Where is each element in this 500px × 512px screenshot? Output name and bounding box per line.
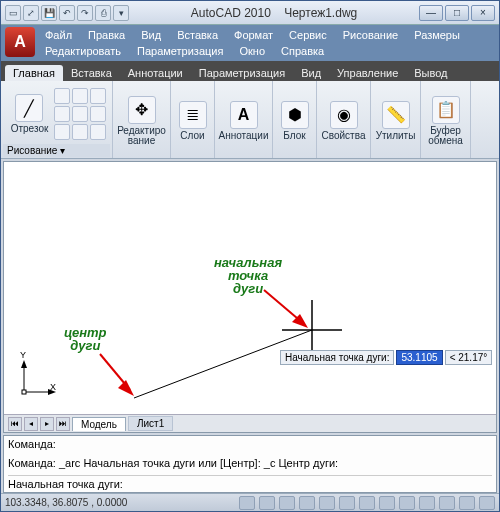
menu-modify[interactable]: Редактировать bbox=[37, 43, 129, 59]
close-button[interactable]: × bbox=[471, 5, 495, 21]
drawing-area[interactable]: X Y начальная точка дуги центр дуги Нача… bbox=[3, 161, 497, 433]
dyn-distance-input[interactable]: 53.1105 bbox=[396, 350, 442, 365]
props-button[interactable]: ◉Свойства bbox=[318, 99, 370, 143]
move-icon: ✥ bbox=[128, 96, 156, 124]
cmd-line-1: Команда: bbox=[8, 438, 492, 450]
ortho-toggle[interactable] bbox=[279, 496, 295, 510]
menu-edit[interactable]: Правка bbox=[80, 27, 133, 43]
panel-draw: ╱ Отрезок Рисование ▾ bbox=[1, 81, 113, 158]
tab-insert[interactable]: Вставка bbox=[63, 65, 120, 81]
svg-marker-4 bbox=[21, 360, 27, 368]
dyn-toggle[interactable] bbox=[359, 496, 375, 510]
tab-annot[interactable]: Аннотации bbox=[120, 65, 191, 81]
line-button[interactable]: ╱ Отрезок bbox=[7, 92, 53, 136]
panel-layers: ≣Слои bbox=[171, 81, 215, 158]
status-more3[interactable] bbox=[459, 496, 475, 510]
layers-button[interactable]: ≣Слои bbox=[175, 99, 211, 143]
dyn-label: Начальная точка дуги: bbox=[280, 350, 394, 365]
menu-insert[interactable]: Вставка bbox=[169, 27, 226, 43]
menu-format[interactable]: Формат bbox=[226, 27, 281, 43]
redo-icon[interactable]: ↷ bbox=[77, 5, 93, 21]
ucs-icon: X Y bbox=[18, 358, 58, 400]
qat-more-icon[interactable]: ▾ bbox=[113, 5, 129, 21]
tab-nav-first[interactable]: ⏮ bbox=[8, 417, 22, 431]
block-button[interactable]: ⬢Блок bbox=[277, 99, 313, 143]
quick-access-toolbar: ▭ ⤢ 💾 ↶ ↷ ⎙ ▾ bbox=[5, 5, 129, 21]
menu-file[interactable]: Файл bbox=[37, 27, 80, 43]
measure-icon: 📏 bbox=[382, 101, 410, 129]
tab-output[interactable]: Вывод bbox=[406, 65, 455, 81]
tab-view[interactable]: Вид bbox=[293, 65, 329, 81]
tab-manage[interactable]: Управление bbox=[329, 65, 406, 81]
menu-window[interactable]: Окно bbox=[231, 43, 273, 59]
panel-clip: 📋Буфер обмена bbox=[421, 81, 471, 158]
clipboard-icon: 📋 bbox=[432, 96, 460, 124]
save-icon[interactable]: 💾 bbox=[41, 5, 57, 21]
dyn-angle: < 21.17° bbox=[445, 350, 493, 365]
clip-button[interactable]: 📋Буфер обмена bbox=[424, 94, 467, 148]
modify-button[interactable]: ✥Редактиро вание bbox=[113, 94, 170, 148]
sheet-tab[interactable]: Лист1 bbox=[128, 416, 173, 431]
app-logo[interactable]: A bbox=[5, 27, 35, 57]
block-icon: ⬢ bbox=[281, 101, 309, 129]
panel-props: ◉Свойства bbox=[317, 81, 371, 158]
arrow-center bbox=[100, 354, 150, 404]
ribbon-tabs: Главная Вставка Аннотации Параметризация… bbox=[1, 61, 499, 81]
new-icon[interactable]: ▭ bbox=[5, 5, 21, 21]
model-toggle[interactable] bbox=[399, 496, 415, 510]
window-title: AutoCAD 2010 Чертеж1.dwg bbox=[129, 6, 419, 20]
cmd-prompt[interactable]: Начальная точка дуги: bbox=[8, 475, 492, 490]
tab-home[interactable]: Главная bbox=[5, 65, 63, 81]
status-bar: 103.3348, 36.8075 , 0.0000 bbox=[1, 493, 499, 511]
panel-draw-title[interactable]: Рисование ▾ bbox=[3, 144, 110, 157]
annot-button[interactable]: AАннотации bbox=[215, 99, 273, 143]
app-window: ▭ ⤢ 💾 ↶ ↷ ⎙ ▾ AutoCAD 2010 Чертеж1.dwg —… bbox=[0, 0, 500, 512]
panel-modify: ✥Редактиро вание bbox=[113, 81, 171, 158]
menu-draw[interactable]: Рисование bbox=[335, 27, 406, 43]
label-center: центр дуги bbox=[64, 326, 107, 352]
cmd-line-2: Команда: _arc Начальная точка дуги или [… bbox=[8, 457, 492, 469]
osnap-toggle[interactable] bbox=[319, 496, 335, 510]
menu-service[interactable]: Сервис bbox=[281, 27, 335, 43]
tab-nav-next[interactable]: ▸ bbox=[40, 417, 54, 431]
menu-param[interactable]: Параметризация bbox=[129, 43, 231, 59]
svg-marker-11 bbox=[118, 380, 134, 396]
polar-toggle[interactable] bbox=[299, 496, 315, 510]
status-more4[interactable] bbox=[479, 496, 495, 510]
menu-help[interactable]: Справка bbox=[273, 43, 332, 59]
menu-view[interactable]: Вид bbox=[133, 27, 169, 43]
tab-nav-prev[interactable]: ◂ bbox=[24, 417, 38, 431]
tab-param[interactable]: Параметризация bbox=[191, 65, 293, 81]
command-window[interactable]: Команда: Команда: _arc Начальная точка д… bbox=[3, 435, 497, 493]
util-button[interactable]: 📏Утилиты bbox=[372, 99, 420, 143]
draw-flyout-grid[interactable] bbox=[54, 88, 106, 140]
open-icon[interactable]: ⤢ bbox=[23, 5, 39, 21]
layers-icon: ≣ bbox=[179, 101, 207, 129]
line-icon: ╱ bbox=[15, 94, 43, 122]
status-more[interactable] bbox=[419, 496, 435, 510]
grid-toggle[interactable] bbox=[259, 496, 275, 510]
panel-annot: AАннотации bbox=[215, 81, 273, 158]
text-icon: A bbox=[230, 101, 258, 129]
lwt-toggle[interactable] bbox=[379, 496, 395, 510]
arrow-start bbox=[264, 290, 324, 340]
dynamic-input: Начальная точка дуги: 53.1105 < 21.17° bbox=[280, 350, 492, 365]
snap-toggle[interactable] bbox=[239, 496, 255, 510]
props-icon: ◉ bbox=[330, 101, 358, 129]
print-icon[interactable]: ⎙ bbox=[95, 5, 111, 21]
title-bar: ▭ ⤢ 💾 ↶ ↷ ⎙ ▾ AutoCAD 2010 Чертеж1.dwg —… bbox=[1, 1, 499, 25]
maximize-button[interactable]: □ bbox=[445, 5, 469, 21]
window-controls: — □ × bbox=[419, 5, 495, 21]
otrack-toggle[interactable] bbox=[339, 496, 355, 510]
canvas-svg bbox=[4, 162, 496, 432]
tab-nav-last[interactable]: ⏭ bbox=[56, 417, 70, 431]
menu-dim[interactable]: Размеры bbox=[406, 27, 468, 43]
svg-rect-7 bbox=[22, 390, 26, 394]
minimize-button[interactable]: — bbox=[419, 5, 443, 21]
model-tab[interactable]: Модель bbox=[72, 417, 126, 431]
panel-util: 📏Утилиты bbox=[371, 81, 421, 158]
undo-icon[interactable]: ↶ bbox=[59, 5, 75, 21]
status-more2[interactable] bbox=[439, 496, 455, 510]
ribbon: ╱ Отрезок Рисование ▾ ✥Редактиро вание ≣… bbox=[1, 81, 499, 159]
layout-tabs: ⏮ ◂ ▸ ⏭ Модель Лист1 bbox=[4, 414, 496, 432]
